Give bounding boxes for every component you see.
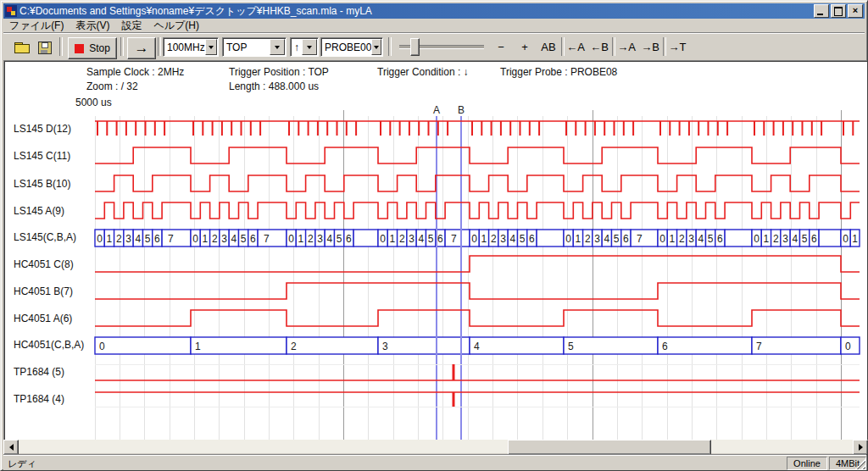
bus-cell-label: 2 (773, 233, 779, 245)
toolbar: Stop → 100MHz TOP ↑ PROBE00 − + AB ←A ←B… (3, 33, 865, 60)
bus-cell-label: 4 (327, 233, 333, 245)
zoom-in-button[interactable]: + (515, 37, 534, 56)
trigger-edge-select[interactable]: ↑ (290, 37, 319, 57)
bus-cell-label: 2 (308, 233, 314, 245)
bus-cell-label: 0 (97, 233, 103, 245)
bus-cell-label: 0 (471, 233, 477, 245)
bus-cell-label: 3 (382, 341, 388, 352)
ab-cursors-button[interactable]: AB (537, 37, 559, 56)
bus-cell (658, 337, 752, 354)
trigger-position-select[interactable]: TOP (222, 37, 287, 57)
waveform-line (95, 283, 860, 299)
bus-cell-label: 5 (520, 233, 526, 245)
bus-cell-label: 5 (614, 233, 620, 245)
chevron-down-icon[interactable] (302, 39, 317, 55)
bus-cell (162, 230, 191, 247)
bus-cell-label: 1 (203, 233, 209, 245)
open-file-button[interactable] (12, 37, 32, 58)
bus-cell-label: 3 (317, 233, 323, 245)
toolbar-separator (388, 37, 392, 56)
status-ready-text: レディ (8, 457, 36, 470)
bus-cell-label: 1 (195, 341, 201, 352)
title-bar: C:¥Documents and Settings¥noname¥デスクトップ¥… (3, 3, 865, 19)
bus-cell (191, 337, 287, 354)
bus-cell-label: 3 (500, 233, 506, 245)
bus-cell-label: 7 (637, 233, 643, 245)
move-left-to-a-button[interactable]: ←A (565, 37, 587, 56)
window-title: C:¥Documents and Settings¥noname¥デスクトップ¥… (19, 4, 814, 19)
resize-grip[interactable] (855, 459, 865, 469)
save-file-button[interactable] (36, 37, 54, 58)
waveform-line (95, 202, 860, 219)
bus-cell-label: 7 (451, 233, 457, 245)
bus-cell (631, 230, 658, 247)
move-right-to-b-button[interactable]: →B (639, 37, 661, 56)
scrollbar-thumb[interactable] (508, 440, 711, 455)
probe-select[interactable]: PROBE00 (320, 37, 383, 57)
cursor-b-label: B (458, 104, 465, 116)
bus-cell-label: 6 (623, 233, 629, 245)
chevron-down-icon[interactable] (371, 39, 381, 55)
bus-cell-label: 2 (291, 341, 297, 352)
scroll-left-button[interactable] (3, 440, 19, 455)
chevron-down-icon[interactable] (270, 39, 285, 55)
bus-cell-label: 0 (659, 233, 665, 245)
bus-cell-label: 6 (811, 233, 817, 245)
bus-cell-label: 4 (136, 233, 142, 245)
bus-cell-label: 0 (288, 233, 294, 245)
chevron-down-icon[interactable] (205, 39, 217, 55)
sample-clock-select[interactable]: 100MHz (163, 37, 219, 57)
bus-cell (378, 337, 470, 354)
bus-cell-label: 0 (99, 341, 105, 352)
bus-cell-label: 6 (662, 341, 668, 352)
bus-cell-label: 5 (568, 341, 574, 352)
zoom-out-button[interactable]: − (492, 37, 510, 56)
scroll-right-button[interactable] (853, 440, 868, 455)
bus-cell-label: 1 (481, 233, 487, 245)
bus-cell (752, 337, 841, 354)
waveform-line (95, 147, 860, 163)
menu-bar: ファイル(F) 表示(V) 設定 ヘルプ(H) (3, 19, 865, 33)
stop-square-icon (75, 44, 84, 53)
minimize-button[interactable] (814, 4, 829, 18)
toolbar-separator (59, 37, 63, 56)
zoom-slider-thumb[interactable] (410, 38, 420, 56)
bus-cell-label: 0 (565, 233, 571, 245)
bus-cell-label: 4 (231, 233, 237, 245)
bus-cell-label: 0 (192, 233, 198, 245)
bus-cell-label: 2 (491, 233, 497, 245)
bus-cell-label: 4 (510, 233, 516, 245)
maximize-button[interactable] (831, 4, 846, 18)
run-button[interactable]: → (127, 37, 156, 59)
goto-trigger-button[interactable]: →T (666, 37, 688, 56)
bus-cell-label: 2 (116, 233, 122, 245)
save-floppy-icon (38, 42, 52, 54)
bus-cell (353, 230, 378, 247)
bus-cell-label: 0 (754, 233, 760, 245)
bus-cell-label: 1 (670, 233, 676, 245)
bus-cell-label: 6 (154, 233, 160, 245)
bus-cell (537, 230, 564, 247)
bus-cell-label: 3 (688, 233, 694, 245)
bus-cell (445, 230, 470, 247)
app-icon (5, 5, 17, 17)
horizontal-scrollbar[interactable] (3, 440, 866, 453)
move-right-to-a-button[interactable]: →A (615, 37, 637, 56)
close-button[interactable]: × (848, 4, 863, 18)
bus-cell-label: 5 (428, 233, 434, 245)
bus-cell-label: 4 (698, 233, 704, 245)
bus-cell-label: 6 (529, 233, 535, 245)
menu-help[interactable]: ヘルプ(H) (147, 18, 205, 34)
sample-clock-value: 100MHz (164, 42, 205, 53)
menu-settings[interactable]: 設定 (115, 18, 147, 34)
move-left-to-b-button[interactable]: ←B (588, 37, 610, 56)
bus-cell-label: 5 (241, 233, 247, 245)
bus-cell-label: 4 (474, 341, 480, 352)
stop-button[interactable]: Stop (68, 37, 117, 59)
bus-cell (287, 337, 378, 354)
app-window: C:¥Documents and Settings¥noname¥デスクトップ¥… (0, 0, 868, 471)
menu-view[interactable]: 表示(V) (70, 18, 115, 34)
bus-cell-label: 6 (717, 233, 723, 245)
menu-file[interactable]: ファイル(F) (3, 18, 70, 34)
bus-cell-label: 7 (756, 341, 762, 352)
